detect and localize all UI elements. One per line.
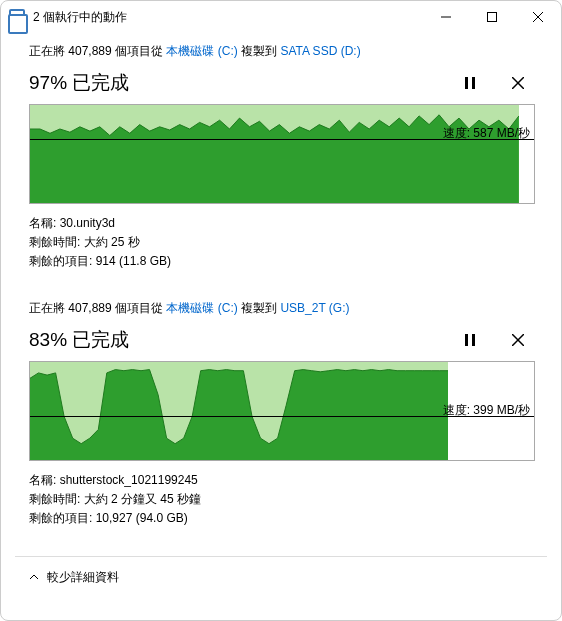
minimize-button[interactable] [423, 1, 469, 33]
source-link[interactable]: 本機磁碟 (C:) [166, 44, 237, 58]
speed-chart: 速度: 587 MB/秒 [29, 104, 535, 204]
svg-rect-5 [472, 77, 475, 89]
percent-complete: 83% 已完成 [29, 327, 437, 353]
pause-button[interactable] [455, 68, 485, 98]
maximize-button[interactable] [469, 1, 515, 33]
speed-label: 速度: 587 MB/秒 [443, 125, 530, 142]
time-remaining-line: 剩餘時間: 大約 2 分鐘又 45 秒鐘 [29, 490, 533, 509]
svg-rect-1 [488, 13, 497, 22]
source-dest-line: 正在將 407,889 個項目從 本機磁碟 (C:) 複製到 SATA SSD … [29, 43, 533, 60]
svg-rect-4 [465, 77, 468, 89]
cancel-button[interactable] [503, 325, 533, 355]
copy-icon [9, 9, 25, 25]
dest-link[interactable]: USB_2T (G:) [280, 301, 349, 315]
speed-chart: 速度: 399 MB/秒 [29, 361, 535, 461]
window-title: 2 個執行中的動作 [33, 9, 423, 26]
percent-complete: 97% 已完成 [29, 70, 437, 96]
svg-rect-9 [472, 334, 475, 346]
file-name-line: 名稱: 30.unity3d [29, 214, 533, 233]
items-remaining-line: 剩餘的項目: 10,927 (94.0 GB) [29, 509, 533, 528]
time-remaining-line: 剩餘時間: 大約 25 秒 [29, 233, 533, 252]
pause-button[interactable] [455, 325, 485, 355]
details-toggle[interactable]: 較少詳細資料 [1, 557, 561, 598]
cancel-button[interactable] [503, 68, 533, 98]
chevron-up-icon [29, 571, 39, 585]
speed-label: 速度: 399 MB/秒 [443, 402, 530, 419]
close-button[interactable] [515, 1, 561, 33]
source-dest-line: 正在將 407,889 個項目從 本機磁碟 (C:) 複製到 USB_2T (G… [29, 300, 533, 317]
source-link[interactable]: 本機磁碟 (C:) [166, 301, 237, 315]
dest-link[interactable]: SATA SSD (D:) [280, 44, 360, 58]
operation-block: 正在將 407,889 個項目從 本機磁碟 (C:) 複製到 USB_2T (G… [29, 300, 533, 529]
file-name-line: 名稱: shutterstock_1021199245 [29, 471, 533, 490]
details-toggle-label: 較少詳細資料 [47, 569, 119, 586]
operation-block: 正在將 407,889 個項目從 本機磁碟 (C:) 複製到 SATA SSD … [29, 43, 533, 272]
svg-rect-8 [465, 334, 468, 346]
items-remaining-line: 剩餘的項目: 914 (11.8 GB) [29, 252, 533, 271]
